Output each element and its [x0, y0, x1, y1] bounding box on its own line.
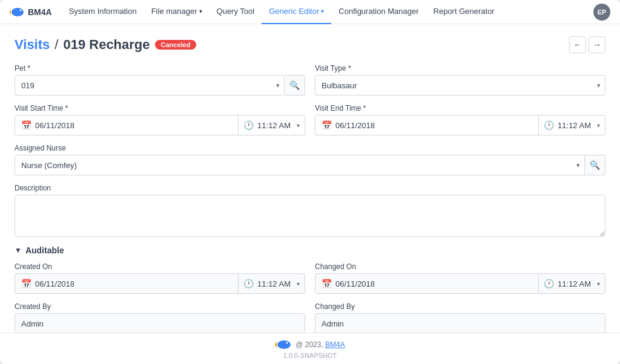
changed-on-date-value: 06/11/2018	[335, 279, 375, 288]
clock-icon: 🕐	[243, 120, 254, 130]
search-icon: 🔍	[289, 80, 300, 90]
created-on-datetime: 📅 06/11/2018 🕐 11:12 AM ▾	[15, 273, 305, 294]
visit-time-row: Visit Start Time * 📅 06/11/2018 🕐 11:12 …	[15, 104, 605, 135]
assigned-nurse-label: Assigned Nurse	[15, 144, 605, 152]
page-title: Visits / 019 Recharge Canceled	[15, 37, 196, 53]
nav-item-configuration-manager[interactable]: Configuration Manager	[331, 0, 426, 24]
created-on-time-value: 11:12 AM	[257, 279, 291, 288]
svg-point-5	[286, 342, 288, 344]
changed-by-label: Changed By	[315, 302, 605, 311]
visit-start-date-value: 06/11/2018	[35, 121, 74, 130]
top-nav: BM4A System Information File manager ▾ Q…	[0, 0, 620, 24]
svg-point-2	[20, 9, 22, 11]
nurse-search-button[interactable]: 🔍	[585, 155, 605, 175]
pet-input-group: 019 ▾ 🔍	[15, 75, 305, 96]
audit-time-row: Created On 📅 06/11/2018 🕐 11:12 AM ▾	[15, 262, 605, 294]
pet-search-button[interactable]: 🔍	[285, 75, 305, 96]
nurse-select[interactable]: Nurse (Comfey)	[15, 155, 585, 175]
pet-select-wrapper: 019 ▾	[15, 75, 285, 96]
changed-on-group: Changed On 📅 06/11/2018 🕐 11:12 AM ▾	[315, 262, 605, 294]
breadcrumb-visits[interactable]: Visits	[15, 37, 50, 53]
visit-start-time-field[interactable]: 🕐 11:12 AM ▾	[239, 115, 305, 135]
visit-type-select-wrapper: Bulbasaur ▾	[315, 75, 605, 96]
chevron-down-icon: ▾	[321, 8, 324, 15]
description-group: Description	[15, 184, 605, 237]
nav-items: System Information File manager ▾ Query …	[62, 0, 591, 24]
nurse-select-wrapper: Nurse (Comfey) ▾	[15, 155, 585, 175]
nav-item-report-generator[interactable]: Report Generator	[426, 0, 502, 24]
logo-text: BM4A	[28, 7, 52, 17]
visit-start-time-value: 11:12 AM	[257, 121, 291, 130]
calendar-icon: 📅	[322, 279, 332, 288]
nav-item-system-information[interactable]: System Information	[62, 0, 144, 24]
next-button[interactable]: →	[589, 36, 605, 53]
auditable-header[interactable]: ▼ Auditable	[15, 245, 605, 255]
footer-copyright: @ 2023, BM4A	[295, 340, 345, 349]
logo-icon	[10, 5, 25, 19]
visit-type-group: Visit Type * Bulbasaur ▾	[315, 64, 605, 96]
visit-end-time-value: 11:12 AM	[558, 121, 591, 130]
changed-by-group: Changed By Admin	[315, 302, 605, 333]
footer-logo-icon	[275, 338, 292, 351]
chevron-down-icon: ▾	[597, 281, 600, 287]
nav-arrows: ← →	[569, 36, 605, 53]
visit-start-datetime: 📅 06/11/2018 🕐 11:12 AM ▾	[15, 115, 305, 135]
record-title: 019 Recharge	[63, 37, 150, 53]
prev-button[interactable]: ←	[569, 36, 586, 53]
changed-on-date-field: 📅 06/11/2018	[315, 273, 539, 294]
nav-logo[interactable]: BM4A	[10, 5, 52, 19]
visit-end-date-field[interactable]: 📅 06/11/2018	[315, 115, 539, 135]
nav-item-generic-editor[interactable]: Generic Editor ▾	[262, 0, 331, 24]
calendar-icon: 📅	[21, 120, 31, 130]
footer-version: 1.0.0-SNAPSHOT	[283, 352, 337, 359]
description-label: Description	[15, 184, 605, 192]
changed-by-value: Admin	[315, 313, 605, 333]
nav-item-query-tool[interactable]: Query Tool	[209, 0, 262, 24]
chevron-down-icon: ▾	[297, 122, 300, 129]
created-on-group: Created On 📅 06/11/2018 🕐 11:12 AM ▾	[15, 262, 305, 294]
changed-on-time-field: 🕐 11:12 AM ▾	[539, 273, 605, 294]
visit-start-date-field[interactable]: 📅 06/11/2018	[15, 115, 239, 135]
created-on-date-value: 06/11/2018	[35, 279, 74, 288]
created-by-label: Created By	[15, 302, 305, 311]
pet-select[interactable]: 019	[15, 75, 285, 96]
app-window: BM4A System Information File manager ▾ Q…	[0, 0, 620, 364]
avatar[interactable]: EP	[593, 4, 610, 21]
visit-end-group: Visit End Time * 📅 06/11/2018 🕐 11:12 AM…	[315, 104, 605, 135]
visit-end-time-field[interactable]: 🕐 11:12 AM ▾	[539, 115, 605, 135]
search-icon: 🔍	[590, 160, 600, 170]
chevron-down-icon: ▾	[297, 281, 300, 287]
description-textarea[interactable]	[15, 195, 605, 237]
chevron-down-icon: ▾	[597, 122, 600, 129]
assigned-nurse-group: Assigned Nurse Nurse (Comfey) ▾ 🔍	[15, 144, 605, 175]
clock-icon: 🕐	[544, 279, 554, 288]
clock-icon: 🕐	[544, 120, 554, 130]
calendar-icon: 📅	[21, 279, 31, 288]
visit-type-label: Visit Type *	[315, 64, 605, 73]
visit-end-date-value: 06/11/2018	[335, 121, 375, 130]
collapse-icon: ▼	[15, 246, 22, 255]
changed-on-time-value: 11:12 AM	[558, 279, 591, 288]
changed-on-datetime: 📅 06/11/2018 🕐 11:12 AM ▾	[315, 273, 605, 294]
pet-visit-type-row: Pet * 019 ▾ 🔍 Visit Type *	[15, 64, 605, 96]
created-by-value: Admin	[15, 313, 305, 333]
nav-item-file-manager[interactable]: File manager ▾	[144, 0, 209, 24]
pet-group: Pet * 019 ▾ 🔍	[15, 64, 305, 96]
nurse-input-row: Nurse (Comfey) ▾ 🔍	[15, 155, 605, 175]
pet-label: Pet *	[15, 64, 305, 73]
created-on-date-field: 📅 06/11/2018	[15, 273, 239, 294]
breadcrumb-separator: /	[54, 37, 58, 53]
chevron-down-icon: ▾	[199, 8, 202, 15]
created-on-label: Created On	[15, 262, 305, 271]
footer-brand-link[interactable]: BM4A	[325, 340, 345, 349]
calendar-icon: 📅	[322, 120, 332, 130]
changed-on-label: Changed On	[315, 262, 605, 271]
created-by-group: Created By Admin	[15, 302, 305, 333]
page-footer: @ 2023, BM4A 1.0.0-SNAPSHOT	[0, 333, 620, 364]
main-content: Visits / 019 Recharge Canceled ← → Pet *…	[0, 24, 620, 333]
status-badge: Canceled	[155, 40, 197, 50]
clock-icon: 🕐	[243, 279, 254, 288]
visit-type-select[interactable]: Bulbasaur	[315, 75, 605, 96]
footer-logo-row: @ 2023, BM4A	[275, 338, 345, 351]
created-on-time-field: 🕐 11:12 AM ▾	[239, 273, 305, 294]
